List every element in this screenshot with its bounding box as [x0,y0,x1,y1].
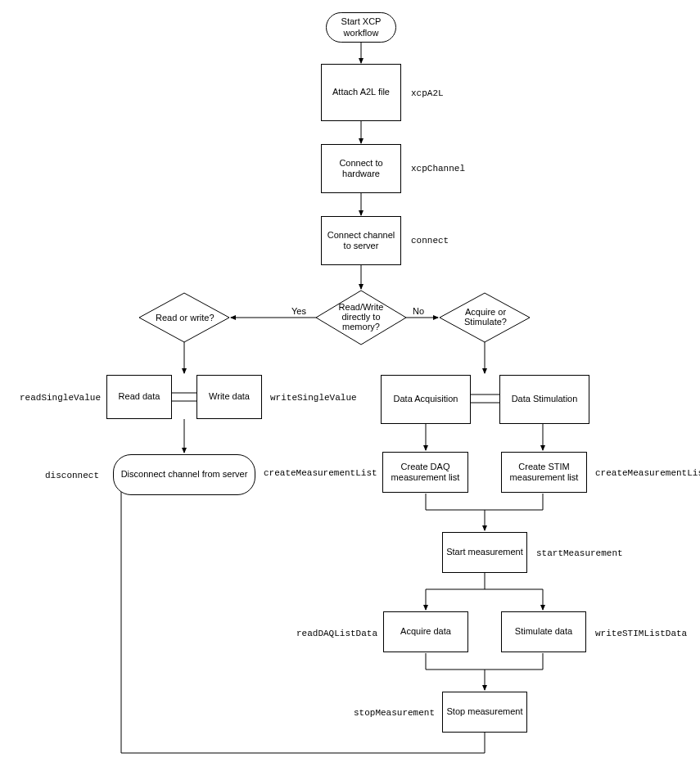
createmeaslist-left-label: createMeasurementList [264,468,377,478]
disconnect-label: Disconnect channel from server [121,469,248,480]
start-node: Start XCP workflow [326,12,396,43]
connect-channel-label: Connect channel to server [325,230,397,251]
start-label: Start XCP workflow [330,16,392,38]
stop-measurement-node: Stop measurement [442,692,527,733]
create-daq-node: Create DAQ measurement list [382,452,468,493]
connect-channel-node: Connect channel to server [321,216,401,265]
connect-hardware-node: Connect to hardware [321,144,401,193]
acq-or-stim-label: Acquire or Stimulate? [457,307,514,327]
yes-edge-label: Yes [291,306,306,316]
rw-mem-label: Read/Write directly to memory? [331,302,391,331]
startmeasurement-label: startMeasurement [536,548,623,558]
data-stimulation-label: Data Stimulation [512,394,578,404]
write-data-node: Write data [196,375,262,419]
stopmeasurement-label: stopMeasurement [354,708,435,718]
start-measurement-label: Start measurement [446,547,523,557]
attach-a2l-label: Attach A2L file [332,87,390,97]
acquire-data-label: Acquire data [400,626,451,637]
create-stim-label: Create STIM measurement list [505,462,583,483]
attach-a2l-node: Attach A2L file [321,64,401,121]
read-data-label: Read data [119,391,160,402]
readdaqlistdata-label: readDAQListData [296,629,377,638]
data-stimulation-node: Data Stimulation [499,375,589,424]
connect-fn-label: connect [411,236,449,246]
read-data-node: Read data [106,375,172,419]
data-acquisition-node: Data Acquisition [381,375,471,424]
disconnect-node: Disconnect channel from server [113,454,255,495]
no-edge-label: No [413,306,424,316]
createmeaslist-right-label: createMeasurementList [595,468,700,478]
readsinglevalue-label: readSingleValue [20,393,101,403]
disconnect-fn-label: disconnect [45,471,99,480]
stimulate-data-label: Stimulate data [515,626,572,637]
xcpchannel-label: xcpChannel [411,164,465,174]
stimulate-data-node: Stimulate data [501,611,586,652]
start-measurement-node: Start measurement [442,532,527,573]
writesinglevalue-label: writeSingleValue [270,393,357,403]
create-stim-node: Create STIM measurement list [501,452,587,493]
data-acquisition-label: Data Acquisition [394,394,458,404]
writestimlistdata-label: writeSTIMListData [595,629,687,638]
acquire-data-node: Acquire data [383,611,468,652]
connect-hardware-label: Connect to hardware [325,158,397,179]
read-or-write-label: Read or write? [156,313,213,322]
write-data-label: Write data [209,391,250,402]
create-daq-label: Create DAQ measurement list [386,462,464,483]
stop-measurement-label: Stop measurement [447,706,523,717]
xcpa2l-label: xcpA2L [411,88,444,98]
